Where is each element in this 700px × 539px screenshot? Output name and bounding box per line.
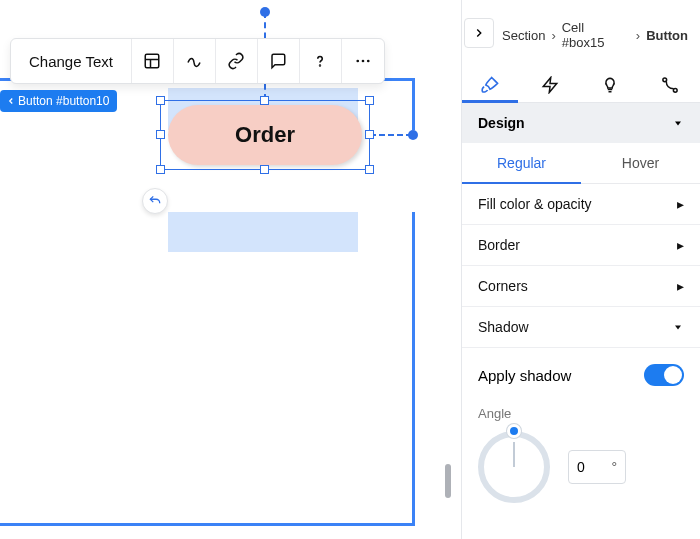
prop-border-label: Border [478,237,520,253]
prop-shadow-label: Shadow [478,319,529,335]
help-icon [311,52,329,70]
more-icon-button[interactable] [342,39,384,83]
breadcrumb-section[interactable]: Section [502,28,545,43]
prop-corners[interactable]: Corners ▸ [462,266,700,307]
inspector-panel: Section › Cell #box15 › Button Design Re… [461,0,700,539]
change-text-button[interactable]: Change Text [11,39,132,83]
apply-shadow-row: Apply shadow [462,348,700,398]
resize-handle-br[interactable] [365,165,374,174]
chevron-right-icon [472,26,486,40]
help-icon-button[interactable] [300,39,342,83]
angle-value: 0 [577,459,585,475]
prop-fill-label: Fill color & opacity [478,196,592,212]
tab-design[interactable] [478,68,502,102]
panel-drag-handle[interactable] [445,464,451,498]
animation-icon [185,52,203,70]
design-section-header[interactable]: Design [462,103,700,143]
selection-bounds[interactable] [160,100,370,170]
link-icon [227,52,245,70]
state-subtabs: Regular Hover [462,143,700,184]
svg-marker-7 [543,78,557,93]
element-tag-label: Button #button10 [18,94,109,108]
angle-label: Angle [478,406,684,421]
floating-toolbar: Change Text [10,38,385,84]
angle-unit: ° [611,459,617,475]
brush-icon [480,75,500,95]
chevron-left-icon [6,96,16,106]
element-tag-badge[interactable]: Button #button10 [0,90,117,112]
svg-point-8 [663,78,667,82]
change-text-label: Change Text [29,53,113,70]
resize-handle-bl[interactable] [156,165,165,174]
angle-dial[interactable] [478,431,550,503]
subtab-hover-label: Hover [622,155,659,171]
angle-section: Angle 0 ° [462,398,700,511]
triangle-down-icon [672,117,684,129]
angle-needle [513,442,515,467]
triangle-right-icon: ▸ [677,237,684,253]
apply-shadow-toggle[interactable] [644,364,684,386]
subtab-regular[interactable]: Regular [462,143,581,183]
chevron-right-icon: › [636,28,640,43]
resize-handle-tl[interactable] [156,96,165,105]
triangle-right-icon: ▸ [677,278,684,294]
toggle-knob [664,366,682,384]
anchor-right[interactable] [408,130,418,140]
resize-handle-ml[interactable] [156,130,165,139]
resize-handle-tr[interactable] [365,96,374,105]
svg-point-9 [673,88,677,92]
undo-icon [148,194,162,208]
animation-icon-button[interactable] [174,39,216,83]
svg-rect-0 [146,54,160,68]
link-icon-button[interactable] [216,39,258,83]
lightning-icon [541,76,559,94]
tab-interactions[interactable] [658,68,682,102]
triangle-down-icon [672,321,684,333]
anchor-top[interactable] [260,7,270,17]
apply-shadow-label: Apply shadow [478,367,571,384]
breadcrumb-cell[interactable]: Cell #box15 [562,20,630,50]
svg-point-5 [362,60,365,63]
prop-corners-label: Corners [478,278,528,294]
angle-dial-knob[interactable] [507,424,521,438]
svg-marker-10 [675,122,681,126]
breadcrumb-current: Button [646,28,688,43]
chevron-right-icon: › [551,28,555,43]
layout-icon [143,52,161,70]
resize-handle-bm[interactable] [260,165,269,174]
prop-fill[interactable]: Fill color & opacity ▸ [462,184,700,225]
comment-icon-button[interactable] [258,39,300,83]
more-icon [354,52,372,70]
breadcrumb: Section › Cell #box15 › Button [462,0,700,60]
svg-point-6 [367,60,370,63]
prop-shadow[interactable]: Shadow [462,307,700,348]
tab-hints[interactable] [598,68,622,102]
design-section-title: Design [478,115,525,131]
connections-icon [661,76,679,94]
svg-marker-11 [675,326,681,330]
svg-point-3 [320,65,321,66]
subtab-regular-label: Regular [497,155,546,171]
canvas-stage[interactable]: Order Change Text [0,0,460,539]
subtab-hover[interactable]: Hover [581,143,700,183]
comment-icon [269,52,287,70]
inspector-tabs [462,60,700,103]
layout-icon-button[interactable] [132,39,174,83]
undo-button[interactable] [142,188,168,214]
collapse-panel-button[interactable] [464,18,494,48]
svg-point-4 [356,60,359,63]
prop-border[interactable]: Border ▸ [462,225,700,266]
panel-divider[interactable] [453,0,461,539]
lightbulb-icon [601,76,619,94]
resize-handle-mr[interactable] [365,130,374,139]
resize-handle-tm[interactable] [260,96,269,105]
guide-horizontal-right [370,134,412,136]
angle-input[interactable]: 0 ° [568,450,626,484]
tab-actions[interactable] [538,68,562,102]
triangle-right-icon: ▸ [677,196,684,212]
